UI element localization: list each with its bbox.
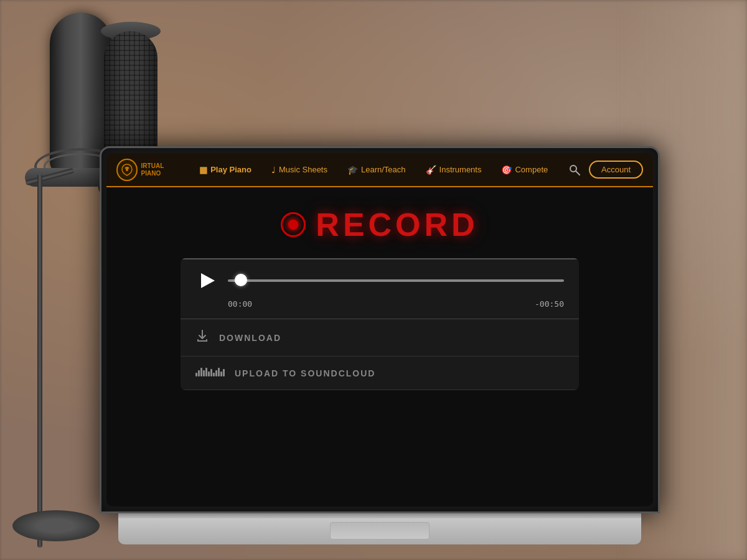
current-time: 00:00 [228, 299, 252, 309]
navbar: IRTUAL PIANO ▦ Play Piano ♩ Music Sheets… [106, 153, 653, 187]
sc-bar-5 [205, 368, 207, 376]
compete-icon: 🎯 [501, 165, 512, 175]
nav-item-music-sheets[interactable]: ♩ Music Sheets [264, 161, 335, 179]
logo-icon [116, 159, 138, 181]
download-icon [195, 329, 209, 346]
progress-track [228, 279, 564, 282]
download-label: DOWNLOAD [219, 333, 281, 343]
account-button[interactable]: Account [589, 161, 643, 179]
nav-label-music-sheets: Music Sheets [279, 165, 327, 174]
nav-item-instruments[interactable]: 🎸 Instruments [418, 161, 489, 179]
music-sheets-icon: ♩ [271, 165, 276, 175]
sc-bar-9 [215, 370, 217, 376]
svg-line-2 [576, 171, 580, 175]
screen-content: IRTUAL PIANO ▦ Play Piano ♩ Music Sheets… [106, 153, 653, 506]
sc-bar-11 [220, 371, 222, 376]
svg-point-0 [126, 169, 128, 171]
search-button[interactable] [565, 160, 584, 180]
progress-thumb[interactable] [235, 274, 247, 286]
soundcloud-row[interactable]: UPLOAD TO SOUNDCLOUD [181, 357, 579, 390]
player-inner: 00:00 -00:50 [181, 259, 579, 319]
main-content: RECORD [106, 187, 653, 506]
logo-text: IRTUAL PIANO [141, 162, 182, 177]
nav-label-play-piano: Play Piano [210, 165, 251, 174]
remaining-time: -00:50 [535, 299, 564, 309]
laptop: IRTUAL PIANO ▦ Play Piano ♩ Music Sheets… [100, 146, 660, 544]
mic-grille [104, 31, 157, 156]
record-dot [288, 220, 298, 230]
soundcloud-bars [195, 366, 225, 376]
nav-item-compete[interactable]: 🎯 Compete [494, 161, 555, 179]
mic-base [12, 510, 100, 541]
player-controls [195, 269, 564, 292]
laptop-hinge [118, 513, 641, 518]
sc-bar-7 [210, 369, 212, 376]
sc-bar-6 [208, 371, 210, 376]
nav-label-instruments: Instruments [439, 165, 482, 174]
sc-bar-8 [213, 373, 215, 376]
nav-item-learn-teach[interactable]: 🎓 Learn/Teach [340, 161, 413, 179]
download-svg-icon [195, 329, 209, 343]
laptop-base [118, 513, 641, 544]
mic-stand [37, 174, 42, 548]
sc-bar-4 [203, 370, 205, 376]
sc-bar-3 [200, 368, 202, 376]
laptop-bezel: IRTUAL PIANO ▦ Play Piano ♩ Music Sheets… [106, 153, 653, 506]
player-box: 00:00 -00:50 [181, 258, 579, 390]
sc-bar-1 [195, 373, 197, 376]
logo-area[interactable]: IRTUAL PIANO [116, 159, 182, 181]
nav-item-play-piano[interactable]: ▦ Play Piano [192, 161, 259, 179]
progress-bar-container[interactable] [228, 279, 564, 282]
instruments-icon: 🎸 [426, 165, 436, 175]
record-title-area: RECORD [281, 206, 478, 243]
play-button[interactable] [195, 269, 218, 292]
search-icon [569, 164, 580, 175]
time-labels: 00:00 -00:50 [195, 297, 564, 309]
download-row[interactable]: DOWNLOAD [181, 319, 579, 357]
soundcloud-icon [195, 366, 225, 380]
sc-bar-12 [223, 369, 225, 376]
nav-label-compete: Compete [515, 165, 548, 174]
sc-bar-10 [218, 368, 220, 376]
soundcloud-label: UPLOAD TO SOUNDCLOUD [235, 368, 375, 378]
play-piano-icon: ▦ [199, 165, 207, 175]
record-title-text: RECORD [316, 206, 478, 243]
play-triangle-icon [201, 273, 215, 288]
nav-label-learn-teach: Learn/Teach [361, 165, 406, 174]
laptop-touchpad[interactable] [330, 522, 430, 539]
learn-teach-icon: 🎓 [347, 165, 358, 175]
record-circle-icon [281, 212, 306, 237]
logo-svg [120, 163, 134, 177]
sc-bar-2 [198, 370, 200, 376]
laptop-screen-outer: IRTUAL PIANO ▦ Play Piano ♩ Music Sheets… [100, 146, 660, 513]
